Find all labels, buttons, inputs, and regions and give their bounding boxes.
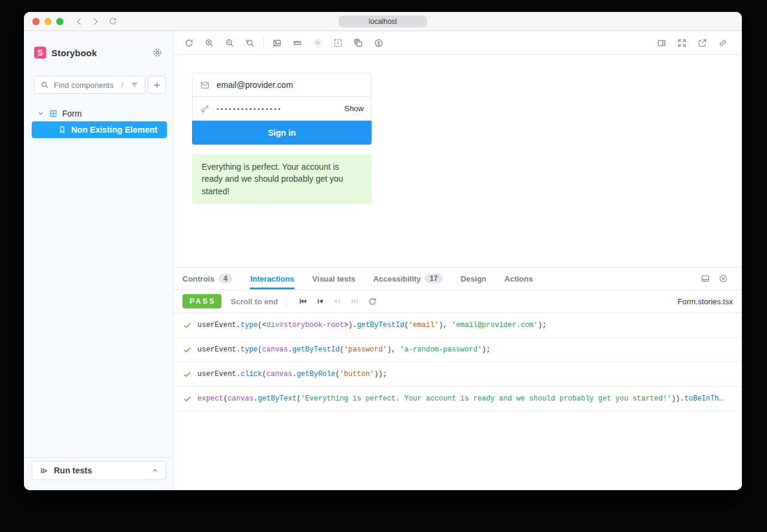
chevron-up-icon[interactable] <box>151 467 159 474</box>
step-code: userEvent.type(canvas.getByTestId('passw… <box>197 346 491 354</box>
run-tests-label: Run tests <box>54 466 92 475</box>
interaction-step-row[interactable]: expect(canvas.getByText('Everything is p… <box>174 387 742 411</box>
panel-tabs: Controls 4 Interactions Visual tests Acc… <box>174 267 742 290</box>
panel-position-icon[interactable] <box>697 270 714 287</box>
zoom-in-icon[interactable] <box>201 35 218 51</box>
close-window-button[interactable] <box>32 18 39 25</box>
zoom-window-button[interactable] <box>56 18 63 25</box>
browser-window: localhost S Storybook Find components / <box>24 12 742 490</box>
filter-icon[interactable] <box>130 81 139 89</box>
grid-icon[interactable] <box>309 35 326 51</box>
minimize-window-button[interactable] <box>44 18 51 25</box>
close-panel-icon[interactable] <box>715 270 732 287</box>
key-icon <box>200 103 210 114</box>
sidebar: S Storybook Find components / <box>24 31 174 490</box>
tab-design[interactable]: Design <box>461 268 486 289</box>
toolbar-divider <box>263 36 264 50</box>
go-forward-button[interactable] <box>329 293 346 310</box>
browser-chrome: localhost <box>24 12 742 31</box>
interaction-step-row[interactable]: userEvent.type(canvas.getByTestId('passw… <box>174 338 742 362</box>
interaction-rows: userEvent.type(<div#storybook-root>).get… <box>174 313 742 411</box>
interaction-step-row[interactable]: userEvent.type(<div#storybook-root>).get… <box>174 313 742 338</box>
tab-controls[interactable]: Controls 4 <box>182 268 232 289</box>
canvas-toolbar <box>174 31 742 55</box>
step-code: userEvent.click(canvas.getByRole('button… <box>197 370 387 378</box>
vision-simulator-icon[interactable] <box>370 35 387 51</box>
tab-count-badge: 4 <box>218 274 232 283</box>
forward-icon[interactable] <box>90 16 102 27</box>
sidebar-item-non-existing-element[interactable]: Non Existing Element <box>32 121 167 138</box>
outline-icon[interactable] <box>330 35 346 51</box>
envelope-icon <box>200 80 210 90</box>
component-icon <box>49 109 57 118</box>
sidebar-item-form[interactable]: Form <box>37 108 82 120</box>
run-tests-button[interactable]: Run tests <box>32 461 166 480</box>
chevron-down-icon[interactable] <box>37 110 44 117</box>
story-filename: Form.stories.tsx <box>678 297 733 306</box>
background-icon[interactable] <box>269 35 285 51</box>
go-to-end-button[interactable] <box>346 293 364 310</box>
run-tests-icon <box>39 466 48 475</box>
interaction-step-row[interactable]: userEvent.click(canvas.getByRole('button… <box>174 362 742 387</box>
go-to-start-button[interactable] <box>294 293 312 310</box>
reload-icon[interactable] <box>106 16 118 27</box>
email-value: email@provider.com <box>217 80 293 90</box>
brand-title[interactable]: Storybook <box>51 48 97 58</box>
search-input[interactable]: Find components / <box>34 76 145 94</box>
sign-in-button[interactable]: Sign in <box>192 121 372 145</box>
viewport-icon[interactable] <box>350 35 367 51</box>
tab-actions[interactable]: Actions <box>504 268 533 289</box>
step-code: userEvent.type(<div#storybook-root>).get… <box>197 321 546 329</box>
check-icon <box>182 394 192 403</box>
storybook-logo[interactable]: S <box>34 47 46 59</box>
status-badge: PASS <box>182 294 221 308</box>
group-label: Form <box>62 109 82 118</box>
check-icon <box>182 369 192 379</box>
tab-count-badge: 17 <box>425 274 442 283</box>
story-label: Non Existing Element <box>71 125 157 134</box>
signin-form: email@provider.com •••••••••••••••• Show… <box>192 73 372 204</box>
zoom-out-icon[interactable] <box>221 35 238 51</box>
step-code: expect(canvas.getByText('Everything is p… <box>197 395 723 403</box>
copy-link-icon[interactable] <box>714 35 731 51</box>
scroll-to-end-button[interactable]: Scroll to end <box>231 297 278 306</box>
preview-area: email@provider.com •••••••••••••••• Show… <box>174 31 742 490</box>
addon-panel: Controls 4 Interactions Visual tests Acc… <box>174 267 742 490</box>
toolbar-divider <box>286 295 287 307</box>
rerun-icon[interactable] <box>364 293 381 310</box>
traffic-lights <box>32 18 63 25</box>
sidebar-footer-divider <box>24 457 173 458</box>
tab-interactions[interactable]: Interactions <box>250 268 294 289</box>
go-back-button[interactable] <box>312 293 329 310</box>
password-field[interactable]: •••••••••••••••• Show <box>192 97 372 121</box>
success-message: Everything is perfect. Your account is r… <box>192 154 372 204</box>
back-icon[interactable] <box>73 16 85 27</box>
panel-toggle-icon[interactable] <box>653 35 670 51</box>
address-bar[interactable]: localhost <box>339 16 427 27</box>
tab-visual-tests[interactable]: Visual tests <box>312 268 355 289</box>
search-placeholder: Find components <box>54 81 114 90</box>
tab-accessibility[interactable]: Accessibility 17 <box>373 268 443 289</box>
gear-icon[interactable] <box>152 47 163 58</box>
check-icon <box>182 320 192 330</box>
interactions-toolbar: PASS Scroll to end <box>174 290 742 313</box>
measure-icon[interactable] <box>289 35 306 51</box>
fullscreen-icon[interactable] <box>674 35 690 51</box>
search-shortcut: / <box>121 81 123 89</box>
zoom-reset-icon[interactable] <box>242 35 258 51</box>
check-icon <box>182 345 192 354</box>
show-password-button[interactable]: Show <box>344 104 364 113</box>
open-new-tab-icon[interactable] <box>694 35 711 51</box>
bookmark-icon <box>58 126 66 134</box>
plus-icon <box>153 81 162 90</box>
story-canvas: email@provider.com •••••••••••••••• Show… <box>174 55 742 267</box>
password-value: •••••••••••••••• <box>217 105 282 112</box>
email-field[interactable]: email@provider.com <box>192 73 372 97</box>
create-story-button[interactable] <box>148 76 166 94</box>
remount-icon[interactable] <box>181 35 197 51</box>
search-icon <box>41 81 49 89</box>
